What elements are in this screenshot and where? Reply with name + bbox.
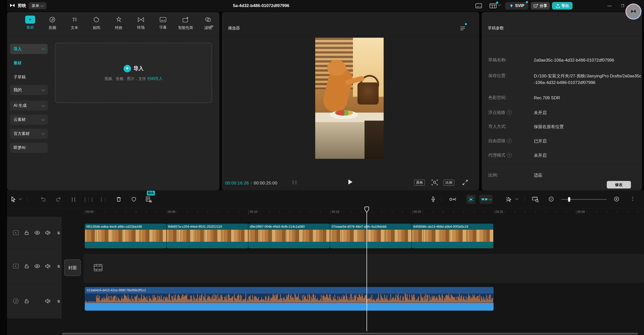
preview-axis-icon[interactable]: [466, 195, 475, 204]
divider: [222, 35, 479, 35]
fullscreen-icon[interactable]: [462, 179, 468, 185]
tab-滤镜[interactable]: 滤镜: [195, 16, 221, 30]
chevron-down-icon[interactable]: [515, 197, 518, 200]
tab-智能包装[interactable]: 智能包装: [173, 16, 198, 30]
tab-字幕[interactable]: 字幕: [150, 16, 176, 30]
tab-素材[interactable]: 素材: [18, 16, 43, 30]
video-clip[interactable]: 07eaae5d-d578-48e7-a5fc-4a1f4dcb8: [330, 224, 412, 248]
select-mode-icon[interactable]: [506, 196, 513, 203]
tab-特效[interactable]: 特效: [106, 16, 131, 30]
eye-icon[interactable]: [34, 230, 40, 236]
player-menu-icon[interactable]: [460, 26, 465, 31]
lock-icon[interactable]: [24, 263, 30, 269]
lock-icon[interactable]: [24, 298, 30, 304]
video-clip[interactable]: f45135db-edba-4ec6-a98c-cd22ba186: [85, 224, 166, 248]
sidebar-item-素材[interactable]: 素材: [10, 58, 48, 68]
text-split-icon[interactable]: [145, 196, 152, 203]
plus-icon: +: [124, 65, 131, 72]
horizontal-scrollbar[interactable]: [62, 333, 638, 334]
zoom-slider-handle[interactable]: [568, 197, 570, 202]
video-track-icon[interactable]: [13, 230, 19, 236]
sidebar-item-即梦AI[interactable]: 即梦AI: [10, 143, 48, 153]
sidebar-item-云素材[interactable]: 云素材: [10, 115, 48, 125]
sidebar-item-子草稿[interactable]: 子草稿: [10, 72, 48, 82]
video-clip[interactable]: d9e1f997-004b-49d3-9cfb-214c1a080: [248, 224, 330, 248]
audio-track-icon[interactable]: [13, 298, 19, 304]
ratio-button[interactable]: 比例: [444, 180, 454, 186]
zoom-out-icon[interactable]: [548, 196, 555, 203]
help-icon[interactable]: ?: [507, 153, 512, 158]
mic-icon[interactable]: [430, 196, 437, 203]
lock-icon[interactable]: [24, 230, 30, 236]
tab-贴纸[interactable]: 贴纸: [84, 16, 109, 30]
mask-icon[interactable]: [130, 196, 137, 203]
snapshot-icon[interactable]: [431, 179, 438, 186]
maximize-button[interactable]: ❐: [619, 3, 626, 9]
chevron-down-icon[interactable]: [19, 197, 22, 200]
undo-icon[interactable]: [40, 196, 47, 203]
playhead-handle[interactable]: [364, 206, 369, 213]
tab-label: 滤镜: [195, 25, 221, 30]
solo-toggle[interactable]: S: [56, 230, 62, 236]
redo-icon[interactable]: [55, 196, 62, 203]
audio-clip[interactable]: 013a64c9-d410-42ce-956f-78e95b2ff1c1: [85, 287, 494, 311]
snap-icon[interactable]: [449, 196, 456, 203]
export-button[interactable]: 导出: [552, 2, 573, 10]
video-track-icon[interactable]: [13, 263, 19, 269]
menu-button[interactable]: 菜单: [29, 2, 46, 9]
tab-文本[interactable]: TI文本: [62, 16, 87, 30]
scan-import-link[interactable]: 扫码导入: [147, 76, 163, 81]
select-tool-icon[interactable]: [10, 196, 17, 203]
video-preview[interactable]: [315, 38, 384, 159]
tab-转场[interactable]: 转场: [128, 16, 153, 30]
help-icon[interactable]: ?: [507, 138, 512, 143]
svip-button[interactable]: SVIP: [505, 2, 528, 10]
sidebar-item-官方素材[interactable]: 官方素材: [10, 129, 48, 139]
shortcut-panel-icon[interactable]: [475, 3, 482, 8]
share-button[interactable]: 分享: [531, 2, 550, 10]
split-left-icon[interactable]: ]⋮[: [85, 196, 92, 203]
tab-音频[interactable]: 音频: [40, 16, 65, 30]
player-panel: 播放器 00:00:16:26 / 00:00:25:00 原画 比例: [222, 12, 479, 190]
split-icon[interactable]: ][: [70, 196, 77, 203]
video-clip[interactable]: 645856fc-da13-468d-a5b4-00f1b5c19: [412, 224, 493, 248]
text-icon: TI: [69, 16, 79, 24]
play-button[interactable]: [348, 179, 352, 184]
solo-toggle[interactable]: S: [56, 263, 62, 269]
sidebar-item-我的[interactable]: 我的: [10, 85, 48, 95]
sidebar-item-导入[interactable]: 导入: [10, 44, 48, 54]
video-clip-thumbnails: [330, 230, 412, 242]
link-icon[interactable]: [479, 195, 493, 204]
cover-button[interactable]: 封面: [64, 259, 81, 276]
video-clip[interactable]: fbfb657a-c204-44ed-9531-252f22119: [167, 224, 248, 248]
solo-toggle[interactable]: S: [56, 298, 62, 304]
frame-list-icon[interactable]: [292, 180, 298, 185]
zoom-in-icon[interactable]: [613, 196, 620, 203]
more-dots-icon[interactable]: ⋮: [630, 196, 635, 202]
preview-basket-art: [357, 82, 379, 105]
help-icon[interactable]: ?: [507, 110, 512, 115]
cover-track-header: S: [7, 249, 62, 283]
speaker-icon[interactable]: [45, 298, 51, 304]
time-ruler[interactable]: 00:0000:0500:1000:1500:2000:2500:30: [7, 208, 644, 216]
quality-button[interactable]: 原画: [414, 180, 425, 186]
more-tabs-icon[interactable]: »: [211, 23, 213, 29]
track-height-icon[interactable]: [532, 196, 539, 203]
ratio-param-value: 适应: [534, 172, 641, 179]
film-icon[interactable]: [94, 264, 103, 271]
minimize-button[interactable]: —: [606, 3, 613, 9]
split-right-icon[interactable]: ]⋮: [100, 196, 107, 203]
timeline: ][ ]⋮[ ]⋮ 限免 ⋮ 00:0000:0500:1000:: [7, 190, 644, 335]
playhead-line[interactable]: [367, 209, 367, 331]
divider: [27, 196, 27, 202]
speaker-icon[interactable]: [45, 230, 51, 236]
workspace-layout-icon[interactable]: [490, 3, 497, 8]
transition-icon: [136, 16, 146, 24]
speaker-icon[interactable]: [45, 263, 51, 269]
eye-icon[interactable]: [34, 263, 40, 269]
delete-icon[interactable]: [115, 196, 122, 203]
avatar[interactable]: [625, 4, 641, 20]
import-dropzone[interactable]: + 导入 视频、音频、图片，支持扫码导入: [55, 43, 212, 103]
modify-button[interactable]: 修改: [607, 181, 631, 188]
sidebar-item-AI 生成[interactable]: AI 生成: [10, 101, 48, 111]
